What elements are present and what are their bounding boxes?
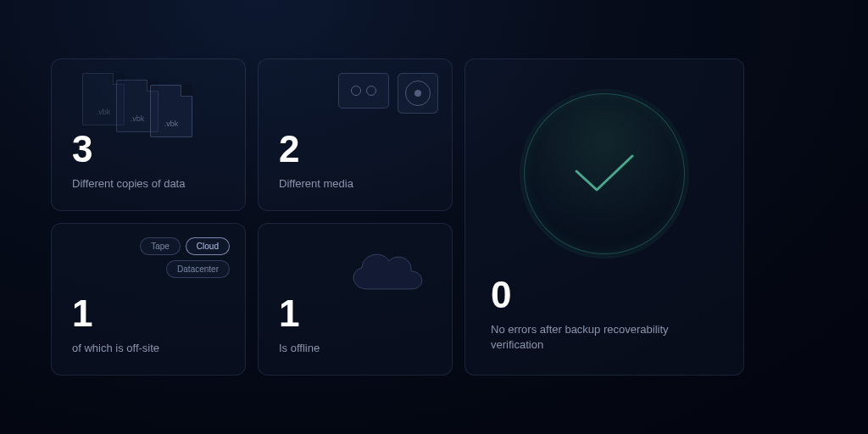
checkmark-icon xyxy=(524,93,685,254)
offsite-pills: Tape Cloud Datacenter xyxy=(111,237,230,278)
pill-datacenter: Datacenter xyxy=(166,260,230,278)
stat-label: Different copies of data xyxy=(72,176,225,192)
cloud-icon xyxy=(342,242,435,305)
dashboard-wrap: .vbk .vbk .vbk 3 Different copies of dat… xyxy=(0,58,868,376)
disc-icon xyxy=(398,73,438,114)
file-ext-label: .vbk xyxy=(97,108,111,116)
card-verification: 0 No errors after backup recoverability … xyxy=(465,58,744,376)
stat-label: Different media xyxy=(279,176,431,192)
file-ext-label: .vbk xyxy=(131,114,145,123)
pill-tape: Tape xyxy=(140,237,181,255)
media-icons xyxy=(338,73,438,114)
file-icon: .vbk xyxy=(150,85,192,137)
stat-label: No errors after backup recoverability ve… xyxy=(491,322,677,353)
file-ext-label: .vbk xyxy=(164,120,179,128)
vbk-files-icon: .vbk .vbk .vbk xyxy=(91,70,235,137)
stat-value: 1 xyxy=(72,295,225,332)
card-media: 2 Different media xyxy=(258,58,453,211)
stat-value: 0 xyxy=(491,276,718,314)
card-offsite: Tape Cloud Datacenter 1 of which is off-… xyxy=(51,223,246,376)
stat-label: of which is off-site xyxy=(72,341,225,356)
stat-value: 2 xyxy=(279,131,431,168)
stat-label: Is offline xyxy=(279,341,431,356)
stat-grid: .vbk .vbk .vbk 3 Different copies of dat… xyxy=(51,58,453,376)
tape-icon xyxy=(338,73,389,108)
card-copies: .vbk .vbk .vbk 3 Different copies of dat… xyxy=(51,58,246,211)
card-offline: 1 Is offline xyxy=(258,223,453,376)
pill-cloud: Cloud xyxy=(186,237,230,255)
